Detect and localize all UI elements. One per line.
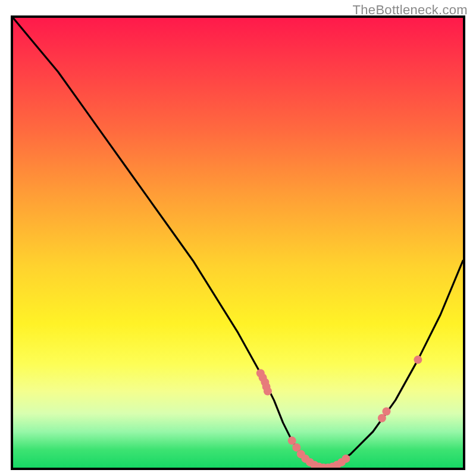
marker-point bbox=[288, 437, 296, 445]
marker-point bbox=[342, 455, 350, 463]
chart-svg bbox=[13, 18, 463, 468]
bottleneck-curve bbox=[13, 18, 463, 468]
marker-point bbox=[264, 387, 272, 396]
marker-point bbox=[383, 408, 391, 416]
chart-frame bbox=[11, 15, 465, 470]
curve-layer bbox=[13, 18, 463, 468]
marker-layer bbox=[256, 356, 422, 468]
chart-stage: TheBottleneck.com bbox=[0, 0, 476, 476]
marker-point bbox=[414, 356, 422, 364]
